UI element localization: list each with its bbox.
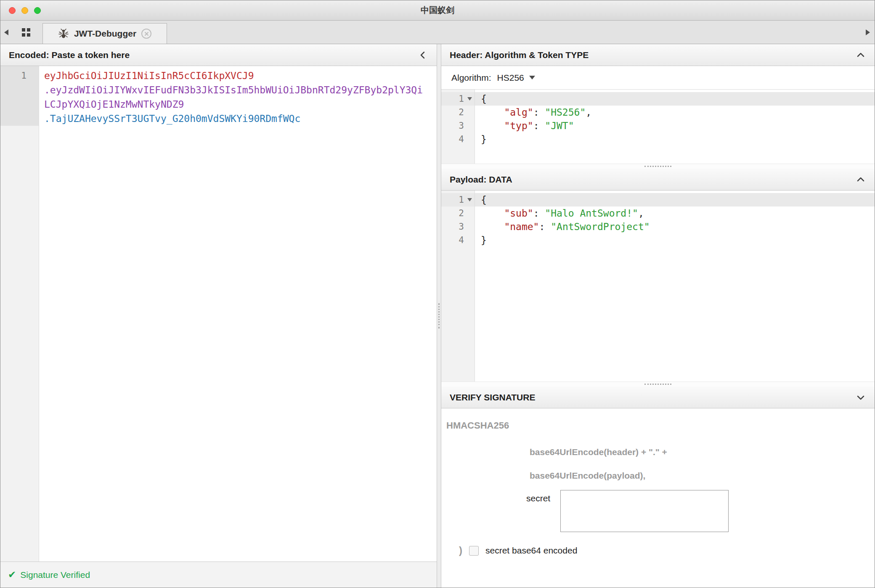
code-line: 1 { <box>441 92 875 106</box>
comma: , <box>638 208 644 219</box>
line-number-cell: 2 <box>441 106 475 119</box>
brace: { <box>481 194 487 205</box>
header-json-editor[interactable]: 1 { 2 "alg": "HS256", <box>441 90 875 164</box>
code-text: { <box>475 193 487 207</box>
code-text: "typ": "JWT" <box>475 119 574 132</box>
jwt-token-text: eyJhbGciOiJIUzI1NiIsInR5cCI6IkpXVCJ9 .ey… <box>39 69 437 126</box>
line-number: 4 <box>451 233 464 247</box>
tab-overview-button[interactable] <box>15 21 37 44</box>
tab-close-icon[interactable] <box>141 29 151 39</box>
secret-label: secret <box>526 493 550 503</box>
algorithm-selected-value: HS256 <box>497 73 524 83</box>
collapse-left-panel-icon[interactable] <box>417 50 428 61</box>
expand-verify-panel-icon[interactable] <box>855 392 866 403</box>
code-line: 2 "alg": "HS256", <box>441 106 875 119</box>
line-number: 3 <box>451 220 464 233</box>
line-number: 2 <box>451 207 464 220</box>
main-area: Encoded: Paste a token here 1 eyJhbGciOi… <box>0 44 875 588</box>
secret-base64-checkbox[interactable] <box>469 546 479 556</box>
colon: : <box>539 221 551 232</box>
caret-down-icon <box>529 76 535 79</box>
token-line-number: 1 <box>0 69 39 126</box>
json-key: "name" <box>481 221 539 232</box>
signature-status-bar: ✔ Signature Verified <box>0 562 437 588</box>
verify-content: HMACSHA256 base64UrlEncode(header) + "."… <box>441 408 875 588</box>
secret-options-row: ) secret base64 encoded <box>459 545 875 556</box>
titlebar: 中国蚁剑 <box>0 0 875 21</box>
code-line: 4 } <box>441 132 875 146</box>
code-text: { <box>475 92 487 106</box>
colon: : <box>533 120 545 131</box>
tab-scroll-left-icon[interactable] <box>0 21 12 44</box>
algorithm-select[interactable]: HS256 <box>497 73 535 83</box>
json-value: "Halo AntSword!" <box>545 208 638 219</box>
tab-label: JWT-Debugger <box>74 29 136 39</box>
algorithm-row: Algorithm: HS256 <box>441 66 875 90</box>
colon: : <box>533 208 545 219</box>
line-number-cell: 4 <box>441 132 475 146</box>
close-window-button[interactable] <box>9 7 16 14</box>
json-key: "sub" <box>481 208 533 219</box>
token-editor[interactable]: 1 eyJhbGciOiJIUzI1NiIsInR5cCI6IkpXVCJ9 .… <box>0 66 437 562</box>
vertical-splitter[interactable] <box>437 44 441 588</box>
code-text: "name": "AntSwordProject" <box>475 220 650 233</box>
line-number-cell: 3 <box>441 119 475 132</box>
encoded-panel-header: Encoded: Paste a token here <box>0 44 437 66</box>
token-signature-segment: .TajUZAHevySSrT3UGTvy_G20h0mVdSWKYi90RDm… <box>44 111 426 126</box>
header-panel-header: Header: Algorithm & Token TYPE <box>441 44 875 66</box>
decoded-panel: Header: Algorithm & Token TYPE Algorithm… <box>441 44 875 588</box>
comma: , <box>586 107 591 118</box>
window-controls <box>9 0 41 20</box>
line-number-cell: 4 <box>441 233 475 247</box>
minimize-window-button[interactable] <box>21 7 28 14</box>
line-number: 1 <box>451 92 464 106</box>
secret-input[interactable] <box>560 490 729 532</box>
code-line: 4 } <box>441 233 875 247</box>
verify-signature-section: VERIFY SIGNATURE HMACSHA256 base64UrlEnc… <box>441 387 875 588</box>
line-number-cell: 3 <box>441 220 475 233</box>
encoded-panel-title: Encoded: Paste a token here <box>9 50 417 60</box>
token-header-segment: eyJhbGciOiJIUzI1NiIsInR5cCI6IkpXVCJ9 <box>44 69 426 83</box>
splitter-handle <box>438 303 440 328</box>
tab-bar: JWT-Debugger <box>0 21 875 44</box>
horizontal-splitter[interactable] <box>441 381 875 387</box>
json-value: "JWT" <box>545 120 574 131</box>
line-number-cell: 1 <box>441 193 475 207</box>
app-window: 中国蚁剑 <box>0 0 875 588</box>
brace: } <box>481 134 487 145</box>
payload-section: Payload: DATA 1 { <box>441 169 875 381</box>
code-line: 3 "typ": "JWT" <box>441 119 875 132</box>
collapse-payload-panel-icon[interactable] <box>855 174 866 185</box>
close-paren-text: ) <box>459 545 462 556</box>
horizontal-splitter[interactable] <box>441 164 875 169</box>
json-value: "AntSwordProject" <box>551 221 650 232</box>
encoded-panel: Encoded: Paste a token here 1 eyJhbGciOi… <box>0 44 437 588</box>
header-code: 1 { 2 "alg": "HS256", <box>441 90 875 146</box>
code-text: } <box>475 233 487 247</box>
token-editor-gutter <box>0 66 39 562</box>
encode-payload-text: base64UrlEncode(payload), <box>530 471 875 481</box>
code-line: 1 { <box>441 193 875 207</box>
code-text: "alg": "HS256", <box>475 106 591 119</box>
antsword-ant-icon <box>58 28 69 39</box>
check-icon: ✔ <box>8 569 16 580</box>
token-line: 1 eyJhbGciOiJIUzI1NiIsInR5cCI6IkpXVCJ9 .… <box>0 66 437 126</box>
secret-base64-label: secret base64 encoded <box>485 546 577 556</box>
collapse-header-panel-icon[interactable] <box>855 50 866 61</box>
json-key: "typ" <box>481 120 533 131</box>
encode-header-text: base64UrlEncode(header) + "." + <box>530 447 875 457</box>
brace: } <box>481 235 487 246</box>
payload-code: 1 { 2 "sub": "Halo AntSword!", <box>441 191 875 247</box>
tab-jwt-debugger[interactable]: JWT-Debugger <box>42 23 167 44</box>
splitter-handle <box>644 166 671 167</box>
fold-toggle-icon[interactable] <box>464 97 475 101</box>
code-line: 2 "sub": "Halo AntSword!", <box>441 207 875 220</box>
fold-toggle-icon[interactable] <box>464 198 475 201</box>
splitter-handle <box>644 384 671 385</box>
zoom-window-button[interactable] <box>34 7 41 14</box>
tab-scroll-right-icon[interactable] <box>862 21 874 44</box>
line-number: 2 <box>451 106 464 119</box>
verify-panel-title: VERIFY SIGNATURE <box>450 392 855 403</box>
payload-json-editor[interactable]: 1 { 2 "sub": "Halo AntSword!", <box>441 191 875 381</box>
line-number: 3 <box>451 119 464 132</box>
